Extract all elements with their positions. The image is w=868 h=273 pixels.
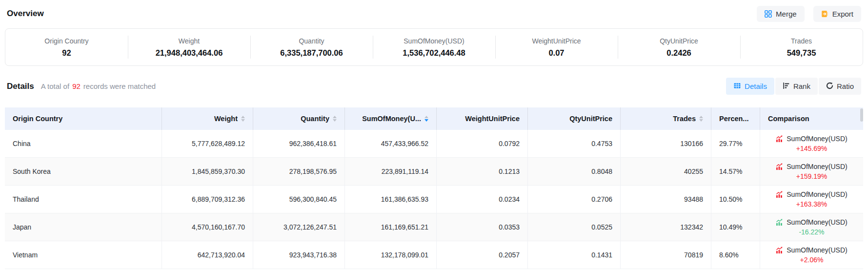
comparison-metric-line: SumOfMoney(USD) — [776, 163, 847, 170]
cell-percent: 10.50% — [711, 186, 760, 213]
export-button[interactable]: Export — [813, 6, 861, 22]
cell-weight-unit-price: 0.0792 — [437, 130, 528, 157]
cell-weight: 4,570,160,167.70 — [162, 213, 253, 241]
cell-trades: 40255 — [621, 158, 711, 185]
sort-icon[interactable] — [699, 116, 703, 122]
header-cell-weightunitprice: WeightUnitPrice — [437, 107, 528, 130]
bar-chart-trend-icon — [776, 191, 783, 198]
column-label: WeightUnitPrice — [465, 115, 520, 123]
details-bar: Details A total of92records were matched… — [5, 78, 863, 95]
table-row: South Korea1,845,859,370.30278,198,576.9… — [5, 158, 863, 186]
export-label: Export — [832, 10, 853, 18]
stat-label: Quantity — [299, 37, 324, 45]
header-cell-origin-country: Origin Country — [5, 107, 162, 130]
column-label: Weight — [214, 115, 238, 123]
stat-label: QtyUnitPrice — [660, 37, 698, 45]
cell-weight-unit-price: 0.1213 — [437, 158, 528, 185]
cell-comparison: SumOfMoney(USD)+163.38% — [760, 186, 863, 213]
cell-sum-of-money: 457,433,966.52 — [345, 130, 437, 157]
stat-value: 0.07 — [548, 48, 564, 58]
stat-value: 21,948,403,464.06 — [156, 48, 223, 58]
comparison-change: +145.69% — [796, 145, 827, 152]
cell-trades: 93488 — [621, 186, 711, 213]
bar-chart-trend-icon — [776, 219, 783, 226]
cell-comparison: SumOfMoney(USD)+145.69% — [760, 130, 863, 157]
ratio-view-button[interactable]: Ratio — [819, 78, 861, 95]
comparison-metric: SumOfMoney(USD) — [787, 218, 847, 226]
view-label: Details — [745, 82, 767, 90]
cell-origin-country: Vietnam — [5, 241, 162, 269]
column-label: QtyUnitPrice — [569, 115, 612, 123]
header-cell-percen: Percen... — [711, 107, 760, 130]
merge-icon — [765, 10, 772, 18]
cell-comparison: SumOfMoney(USD)+2.06% — [760, 241, 863, 269]
overview-stats-card: Origin Country92Weight21,948,403,464.06Q… — [5, 28, 863, 66]
cell-comparison: SumOfMoney(USD)-16.22% — [760, 213, 863, 241]
table-header: Origin CountryWeightQuantitySumOfMoney(U… — [5, 107, 863, 130]
comparison-change: +159.19% — [796, 172, 827, 180]
caret-down-icon — [333, 119, 337, 122]
header-cell-sumofmoney-u[interactable]: SumOfMoney(U... — [345, 107, 437, 130]
cell-comparison: SumOfMoney(USD)+159.19% — [760, 158, 863, 185]
caret-down-icon — [699, 119, 703, 122]
table-row: China5,777,628,489.12962,386,418.61457,4… — [5, 130, 863, 158]
sort-icon[interactable] — [424, 116, 428, 122]
header-cell-quantity[interactable]: Quantity — [253, 107, 345, 130]
cell-sum-of-money: 223,891,119.14 — [345, 158, 437, 185]
caret-up-icon — [699, 116, 703, 118]
cell-sum-of-money: 161,386,635.93 — [345, 186, 437, 213]
comparison-metric-line: SumOfMoney(USD) — [776, 190, 847, 198]
stat-label: Origin Country — [44, 37, 88, 45]
cell-weight: 642,713,920.04 — [162, 241, 253, 269]
column-label: Comparison — [768, 115, 809, 123]
rank-view-button[interactable]: Rank — [775, 78, 818, 95]
overview-title: Overview — [7, 9, 44, 19]
table-scrollbar[interactable] — [860, 108, 863, 122]
stat-value: 549,735 — [787, 48, 816, 58]
cell-weight: 6,889,709,312.36 — [162, 186, 253, 213]
comparison-change: +2.06% — [800, 256, 824, 264]
cell-trades: 70819 — [621, 241, 711, 269]
comparison-metric: SumOfMoney(USD) — [787, 163, 847, 170]
caret-up-icon — [241, 116, 245, 118]
cell-quantity: 596,300,840.45 — [253, 186, 345, 213]
view-label: Ratio — [837, 82, 854, 90]
merge-button[interactable]: Merge — [757, 6, 805, 22]
cell-qty-unit-price: 0.0525 — [528, 213, 621, 241]
view-switch: DetailsRankRatio — [726, 78, 861, 95]
column-label: Origin Country — [13, 115, 62, 123]
comparison-metric: SumOfMoney(USD) — [787, 135, 847, 143]
match-suffix: records were matched — [83, 82, 156, 90]
sort-icon[interactable] — [241, 116, 245, 122]
table-row: Thailand6,889,709,312.36596,300,840.4516… — [5, 186, 863, 213]
cell-qty-unit-price: 0.4753 — [528, 130, 621, 157]
cell-origin-country: China — [5, 130, 162, 157]
sort-icon[interactable] — [333, 116, 337, 122]
caret-up-icon — [333, 116, 337, 118]
view-label: Rank — [793, 82, 810, 90]
bar-chart-trend-icon — [776, 163, 783, 170]
cell-qty-unit-price: 0.8048 — [528, 158, 621, 185]
cell-qty-unit-price: 0.1431 — [528, 241, 621, 269]
cell-percent: 8.60% — [711, 241, 760, 269]
table-grid-icon — [733, 82, 741, 91]
column-label: Percen... — [719, 115, 748, 123]
stat-item-5: QtyUnitPrice0.2426 — [618, 29, 740, 65]
stat-value: 1,536,702,446.48 — [403, 48, 465, 58]
cell-sum-of-money: 161,169,651.21 — [345, 213, 437, 241]
stat-label: SumOfMoney(USD) — [404, 37, 464, 45]
cell-quantity: 962,386,418.61 — [253, 130, 345, 157]
column-label: SumOfMoney(U... — [362, 115, 421, 123]
comparison-change: +163.38% — [796, 200, 827, 208]
cell-trades: 130166 — [621, 130, 711, 157]
header-cell-weight[interactable]: Weight — [162, 107, 253, 130]
cell-percent: 29.77% — [711, 130, 760, 157]
stat-label: WeightUnitPrice — [532, 37, 581, 45]
comparison-metric-line: SumOfMoney(USD) — [776, 218, 847, 226]
cell-quantity: 3,072,126,247.51 — [253, 213, 345, 241]
cell-weight-unit-price: 0.2057 — [437, 241, 528, 269]
header-cell-trades[interactable]: Trades — [621, 107, 711, 130]
column-label: Trades — [673, 115, 696, 123]
details-view-button[interactable]: Details — [726, 78, 774, 95]
page: Overview Merge — [0, 0, 868, 269]
